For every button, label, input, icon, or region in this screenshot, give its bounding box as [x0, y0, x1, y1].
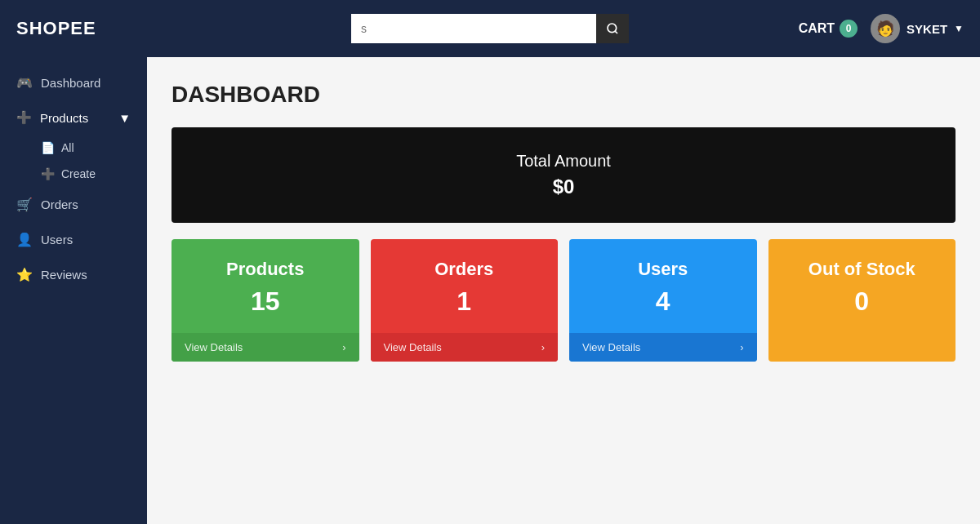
sidebar-item-dashboard[interactable]: 🎮 Dashboard [0, 65, 147, 100]
main-layout: 🎮 Dashboard ➕ Products ▼ 📄 All ➕ Create … [0, 57, 980, 524]
stat-card-footer-orders[interactable]: View Details › [371, 333, 559, 362]
view-details-label-products: View Details [185, 341, 243, 353]
sidebar-item-reviews-label: Reviews [41, 268, 87, 282]
sidebar-item-dashboard-label: Dashboard [41, 76, 100, 90]
stat-card-orders: Orders 1 View Details › [371, 239, 559, 362]
chevron-right-icon-users: › [740, 341, 743, 353]
sidebar-item-orders[interactable]: 🛒 Orders [0, 187, 147, 222]
svg-point-0 [608, 24, 617, 33]
sidebar-item-reviews[interactable]: ⭐ Reviews [0, 257, 147, 292]
stat-card-value-out-of-stock: 0 [785, 286, 940, 317]
sidebar-item-orders-label: Orders [41, 198, 78, 211]
products-icon: ➕ [16, 110, 32, 125]
chevron-products-icon: ▼ [118, 111, 131, 125]
stat-card-title-out-of-stock: Out of Stock [785, 259, 940, 280]
stat-card-footer-users[interactable]: View Details › [569, 333, 757, 362]
sidebar-item-products-label: Products [40, 111, 88, 125]
sidebar-item-users-label: Users [41, 233, 73, 246]
stat-card-body-orders: Orders 1 [371, 239, 559, 333]
search-button[interactable] [596, 14, 629, 43]
stat-card-title-orders: Orders [387, 259, 542, 280]
all-icon: 📄 [41, 141, 55, 154]
search-input[interactable] [351, 14, 596, 43]
stat-card-body-products: Products 15 [172, 239, 359, 333]
orders-icon: 🛒 [16, 197, 33, 212]
stat-card-body-users: Users 4 [569, 239, 757, 333]
header: SHOPEE CART 0 🧑 SYKET ▼ [0, 0, 980, 57]
search-container [351, 14, 629, 43]
stat-card-users: Users 4 View Details › [569, 239, 757, 362]
dashboard-icon: 🎮 [16, 75, 33, 91]
stats-grid: Products 15 View Details › Orders 1 View… [172, 239, 956, 362]
sidebar-sub-menu: 📄 All ➕ Create [0, 135, 147, 187]
chevron-right-icon-products: › [342, 341, 345, 353]
chevron-down-icon: ▼ [954, 23, 964, 34]
search-icon [606, 22, 619, 35]
cart-badge: 0 [840, 20, 858, 38]
main-content: DASHBOARD Total Amount $0 Products 15 Vi… [147, 57, 980, 524]
sidebar-item-create[interactable]: ➕ Create [33, 161, 147, 187]
cart-label: CART [799, 21, 835, 36]
avatar: 🧑 [871, 14, 900, 43]
view-details-label-users: View Details [582, 341, 640, 353]
total-amount-value: $0 [196, 175, 931, 198]
sidebar-item-products[interactable]: ➕ Products ▼ [0, 100, 147, 135]
sidebar-item-users[interactable]: 👤 Users [0, 222, 147, 257]
total-amount-label: Total Amount [196, 152, 931, 171]
page-title: DASHBOARD [172, 82, 956, 108]
logo: SHOPEE [16, 18, 96, 39]
sidebar: 🎮 Dashboard ➕ Products ▼ 📄 All ➕ Create … [0, 57, 147, 524]
cart-button[interactable]: CART 0 [799, 20, 858, 38]
header-right: CART 0 🧑 SYKET ▼ [799, 14, 964, 43]
stat-card-value-products: 15 [188, 286, 343, 317]
stat-card-out-of-stock: Out of Stock 0 [768, 239, 956, 362]
user-section[interactable]: 🧑 SYKET ▼ [871, 14, 964, 43]
stat-card-body-out-of-stock: Out of Stock 0 [768, 239, 956, 333]
stat-card-footer-products[interactable]: View Details › [172, 333, 359, 362]
total-amount-card: Total Amount $0 [172, 127, 956, 223]
sidebar-item-all-label: All [61, 141, 74, 154]
view-details-label-orders: View Details [384, 341, 442, 353]
sidebar-item-create-label: Create [61, 167, 96, 180]
username: SYKET [906, 22, 947, 36]
stat-card-title-users: Users [586, 259, 741, 280]
svg-line-1 [615, 31, 617, 33]
users-icon: 👤 [16, 232, 33, 247]
stat-card-value-users: 4 [586, 286, 741, 317]
stat-card-products: Products 15 View Details › [172, 239, 359, 362]
stat-card-value-orders: 1 [387, 286, 542, 317]
stat-card-title-products: Products [188, 259, 343, 280]
chevron-right-icon-orders: › [541, 341, 545, 353]
reviews-icon: ⭐ [16, 267, 33, 282]
sidebar-item-all[interactable]: 📄 All [33, 135, 147, 161]
create-icon: ➕ [41, 167, 55, 180]
